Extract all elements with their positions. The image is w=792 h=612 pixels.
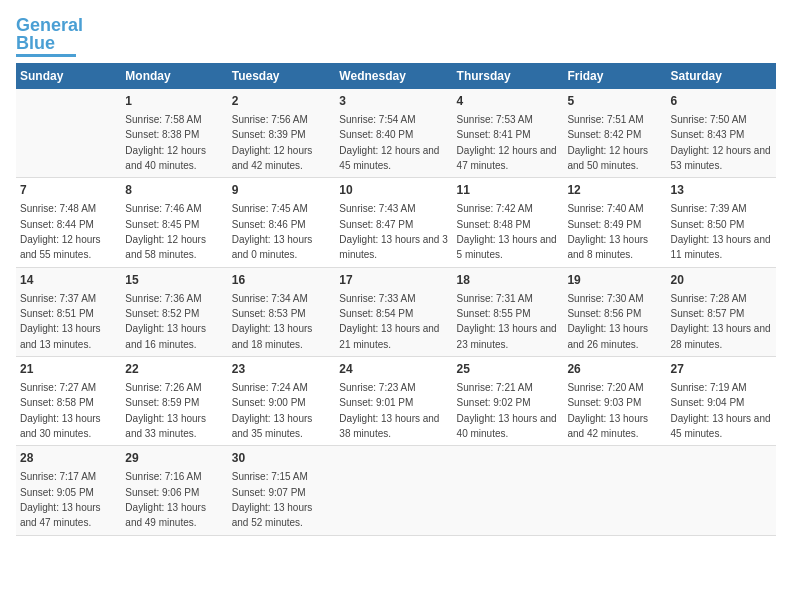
- cell-week2-day2: 8Sunrise: 7:46 AMSunset: 8:45 PMDaylight…: [121, 178, 227, 267]
- sunrise-text: Sunrise: 7:30 AM: [567, 293, 643, 304]
- sunrise-text: Sunrise: 7:37 AM: [20, 293, 96, 304]
- day-number: 18: [457, 272, 560, 289]
- cell-week5-day3: 30Sunrise: 7:15 AMSunset: 9:07 PMDayligh…: [228, 446, 336, 535]
- sunset-text: Sunset: 8:53 PM: [232, 308, 306, 319]
- sunrise-text: Sunrise: 7:56 AM: [232, 114, 308, 125]
- sunrise-text: Sunrise: 7:45 AM: [232, 203, 308, 214]
- sunset-text: Sunset: 8:45 PM: [125, 219, 199, 230]
- sunset-text: Sunset: 8:43 PM: [670, 129, 744, 140]
- logo-text: General Blue: [16, 16, 83, 52]
- cell-week4-day6: 26Sunrise: 7:20 AMSunset: 9:03 PMDayligh…: [563, 357, 666, 446]
- calendar-table: SundayMondayTuesdayWednesdayThursdayFrid…: [16, 63, 776, 536]
- page-header: General Blue: [16, 16, 776, 57]
- daylight-text: Daylight: 13 hours and 35 minutes.: [232, 413, 313, 439]
- day-number: 3: [339, 93, 448, 110]
- day-number: 11: [457, 182, 560, 199]
- sunset-text: Sunset: 8:54 PM: [339, 308, 413, 319]
- sunset-text: Sunset: 9:03 PM: [567, 397, 641, 408]
- daylight-text: Daylight: 13 hours and 42 minutes.: [567, 413, 648, 439]
- logo-blue: Blue: [16, 33, 55, 53]
- daylight-text: Daylight: 13 hours and 13 minutes.: [20, 323, 101, 349]
- daylight-text: Daylight: 13 hours and 23 minutes.: [457, 323, 557, 349]
- sunrise-text: Sunrise: 7:46 AM: [125, 203, 201, 214]
- daylight-text: Daylight: 12 hours and 50 minutes.: [567, 145, 648, 171]
- day-number: 27: [670, 361, 772, 378]
- sunrise-text: Sunrise: 7:24 AM: [232, 382, 308, 393]
- day-number: 7: [20, 182, 117, 199]
- daylight-text: Daylight: 13 hours and 30 minutes.: [20, 413, 101, 439]
- week-row-4: 21Sunrise: 7:27 AMSunset: 8:58 PMDayligh…: [16, 357, 776, 446]
- daylight-text: Daylight: 13 hours and 18 minutes.: [232, 323, 313, 349]
- sunset-text: Sunset: 8:47 PM: [339, 219, 413, 230]
- daylight-text: Daylight: 13 hours and 5 minutes.: [457, 234, 557, 260]
- sunset-text: Sunset: 8:59 PM: [125, 397, 199, 408]
- sunrise-text: Sunrise: 7:27 AM: [20, 382, 96, 393]
- day-number: 16: [232, 272, 332, 289]
- logo-underline: [16, 54, 76, 57]
- day-number: 2: [232, 93, 332, 110]
- sunrise-text: Sunrise: 7:23 AM: [339, 382, 415, 393]
- sunset-text: Sunset: 8:48 PM: [457, 219, 531, 230]
- sunset-text: Sunset: 8:46 PM: [232, 219, 306, 230]
- sunset-text: Sunset: 9:05 PM: [20, 487, 94, 498]
- sunrise-text: Sunrise: 7:39 AM: [670, 203, 746, 214]
- daylight-text: Daylight: 13 hours and 11 minutes.: [670, 234, 770, 260]
- sunset-text: Sunset: 9:04 PM: [670, 397, 744, 408]
- day-number: 17: [339, 272, 448, 289]
- cell-week4-day7: 27Sunrise: 7:19 AMSunset: 9:04 PMDayligh…: [666, 357, 776, 446]
- logo: General Blue: [16, 16, 83, 57]
- sunset-text: Sunset: 8:58 PM: [20, 397, 94, 408]
- day-number: 28: [20, 450, 117, 467]
- daylight-text: Daylight: 12 hours and 53 minutes.: [670, 145, 770, 171]
- cell-week1-day4: 3Sunrise: 7:54 AMSunset: 8:40 PMDaylight…: [335, 89, 452, 178]
- day-number: 6: [670, 93, 772, 110]
- logo-general: General: [16, 15, 83, 35]
- sunrise-text: Sunrise: 7:34 AM: [232, 293, 308, 304]
- cell-week3-day7: 20Sunrise: 7:28 AMSunset: 8:57 PMDayligh…: [666, 267, 776, 356]
- cell-week4-day5: 25Sunrise: 7:21 AMSunset: 9:02 PMDayligh…: [453, 357, 564, 446]
- sunset-text: Sunset: 9:07 PM: [232, 487, 306, 498]
- daylight-text: Daylight: 13 hours and 33 minutes.: [125, 413, 206, 439]
- daylight-text: Daylight: 13 hours and 21 minutes.: [339, 323, 439, 349]
- week-row-3: 14Sunrise: 7:37 AMSunset: 8:51 PMDayligh…: [16, 267, 776, 356]
- daylight-text: Daylight: 13 hours and 47 minutes.: [20, 502, 101, 528]
- daylight-text: Daylight: 12 hours and 47 minutes.: [457, 145, 557, 171]
- sunrise-text: Sunrise: 7:54 AM: [339, 114, 415, 125]
- sunset-text: Sunset: 8:39 PM: [232, 129, 306, 140]
- cell-week3-day3: 16Sunrise: 7:34 AMSunset: 8:53 PMDayligh…: [228, 267, 336, 356]
- sunset-text: Sunset: 8:57 PM: [670, 308, 744, 319]
- sunrise-text: Sunrise: 7:51 AM: [567, 114, 643, 125]
- calendar-header-row: SundayMondayTuesdayWednesdayThursdayFrid…: [16, 63, 776, 89]
- day-number: 4: [457, 93, 560, 110]
- daylight-text: Daylight: 13 hours and 45 minutes.: [670, 413, 770, 439]
- sunset-text: Sunset: 9:02 PM: [457, 397, 531, 408]
- sunset-text: Sunset: 8:49 PM: [567, 219, 641, 230]
- cell-week3-day6: 19Sunrise: 7:30 AMSunset: 8:56 PMDayligh…: [563, 267, 666, 356]
- day-number: 19: [567, 272, 662, 289]
- sunset-text: Sunset: 9:01 PM: [339, 397, 413, 408]
- sunrise-text: Sunrise: 7:50 AM: [670, 114, 746, 125]
- sunrise-text: Sunrise: 7:17 AM: [20, 471, 96, 482]
- sunset-text: Sunset: 8:44 PM: [20, 219, 94, 230]
- day-number: 14: [20, 272, 117, 289]
- cell-week4-day4: 24Sunrise: 7:23 AMSunset: 9:01 PMDayligh…: [335, 357, 452, 446]
- sunrise-text: Sunrise: 7:21 AM: [457, 382, 533, 393]
- header-sunday: Sunday: [16, 63, 121, 89]
- daylight-text: Daylight: 12 hours and 40 minutes.: [125, 145, 206, 171]
- sunrise-text: Sunrise: 7:28 AM: [670, 293, 746, 304]
- cell-week4-day2: 22Sunrise: 7:26 AMSunset: 8:59 PMDayligh…: [121, 357, 227, 446]
- sunrise-text: Sunrise: 7:48 AM: [20, 203, 96, 214]
- sunset-text: Sunset: 9:00 PM: [232, 397, 306, 408]
- day-number: 23: [232, 361, 332, 378]
- daylight-text: Daylight: 13 hours and 16 minutes.: [125, 323, 206, 349]
- sunset-text: Sunset: 8:52 PM: [125, 308, 199, 319]
- day-number: 15: [125, 272, 223, 289]
- day-number: 20: [670, 272, 772, 289]
- daylight-text: Daylight: 13 hours and 49 minutes.: [125, 502, 206, 528]
- cell-week3-day5: 18Sunrise: 7:31 AMSunset: 8:55 PMDayligh…: [453, 267, 564, 356]
- cell-week2-day7: 13Sunrise: 7:39 AMSunset: 8:50 PMDayligh…: [666, 178, 776, 267]
- header-friday: Friday: [563, 63, 666, 89]
- cell-week2-day4: 10Sunrise: 7:43 AMSunset: 8:47 PMDayligh…: [335, 178, 452, 267]
- day-number: 24: [339, 361, 448, 378]
- sunset-text: Sunset: 8:42 PM: [567, 129, 641, 140]
